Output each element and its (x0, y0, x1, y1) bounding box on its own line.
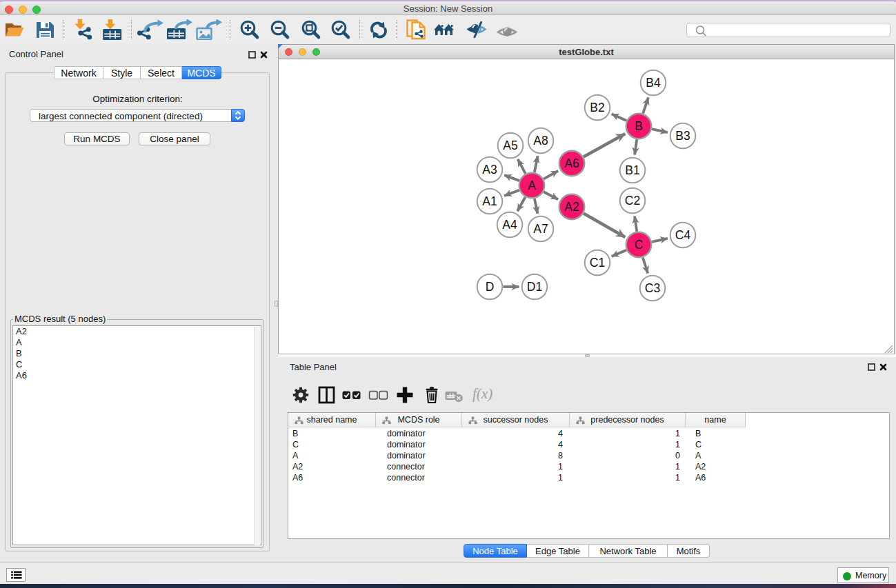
svg-text:A5: A5 (503, 139, 517, 152)
svg-text:C: C (635, 238, 644, 252)
svg-text:C4: C4 (675, 228, 691, 242)
svg-text:B3: B3 (675, 129, 690, 143)
svg-text:B: B (635, 119, 643, 133)
svg-text:A4: A4 (502, 218, 517, 232)
svg-text:D1: D1 (527, 280, 542, 294)
svg-text:A6: A6 (564, 156, 579, 170)
svg-text:C3: C3 (645, 281, 660, 295)
svg-text:A1: A1 (482, 194, 497, 208)
svg-text:A: A (528, 179, 536, 192)
svg-text:A3: A3 (482, 163, 497, 176)
svg-text:A7: A7 (533, 222, 548, 236)
svg-text:C1: C1 (590, 256, 605, 270)
svg-text:A8: A8 (533, 134, 548, 148)
svg-text:D: D (486, 280, 495, 294)
svg-text:B4: B4 (646, 76, 661, 90)
svg-text:B1: B1 (625, 163, 639, 177)
svg-text:A2: A2 (564, 200, 579, 214)
svg-text:B2: B2 (590, 101, 604, 114)
svg-text:C2: C2 (625, 194, 640, 207)
